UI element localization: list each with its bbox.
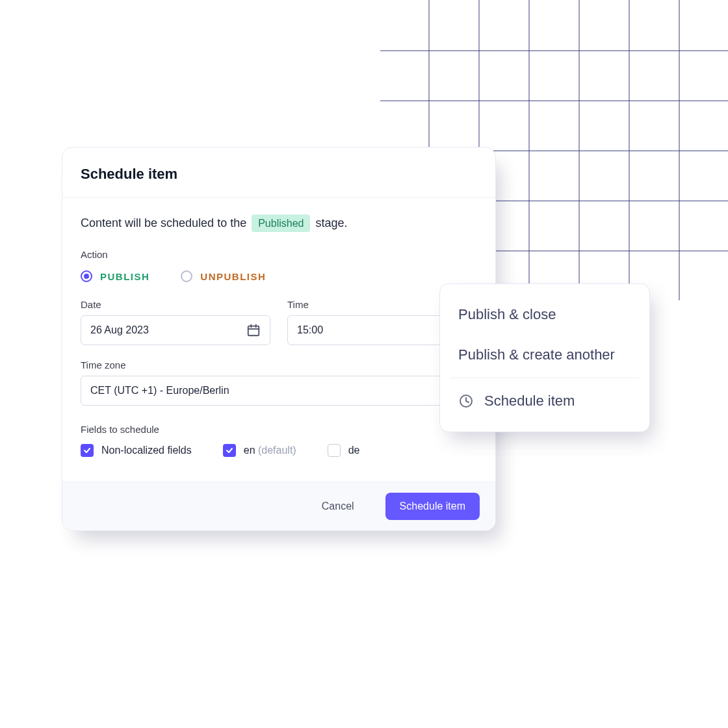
- timezone-field: Time zone CET (UTC +1) - Europe/Berlin: [81, 359, 477, 406]
- checkbox-nonlocalized-label: Non-localized fields: [101, 445, 192, 456]
- sentence-pre: Content will be scheduled to the: [81, 216, 246, 230]
- calendar-icon: [246, 323, 261, 337]
- cancel-button[interactable]: Cancel: [307, 493, 369, 520]
- date-value: 26 Aug 2023: [90, 324, 149, 336]
- modal-footer: Cancel Schedule item: [62, 482, 495, 530]
- action-label: Action: [81, 249, 477, 260]
- radio-publish[interactable]: PUBLISH: [81, 270, 150, 282]
- clock-icon: [458, 393, 474, 409]
- stage-badge: Published: [252, 214, 310, 232]
- check-icon: [226, 447, 233, 454]
- time-value: 15:00: [297, 324, 323, 336]
- fields-checklist: Non-localized fields en (default) de: [81, 444, 477, 457]
- schedule-modal: Schedule item Content will be scheduled …: [62, 147, 496, 531]
- checkbox-box: [223, 444, 236, 457]
- checkbox-de-label: de: [348, 445, 360, 456]
- svg-rect-11: [248, 326, 259, 336]
- radio-unpublish[interactable]: UNPUBLISH: [181, 270, 266, 282]
- modal-body: Content will be scheduled to the Publish…: [62, 198, 495, 482]
- menu-divider: [450, 378, 639, 378]
- menu-publish-close[interactable]: Publish & close: [440, 294, 649, 335]
- checkbox-en[interactable]: en (default): [223, 444, 296, 457]
- schedule-sentence: Content will be scheduled to the Publish…: [81, 214, 477, 232]
- sentence-post: stage.: [315, 216, 347, 230]
- menu-schedule-item[interactable]: Schedule item: [440, 381, 649, 421]
- action-radio-group: PUBLISH UNPUBLISH: [81, 270, 477, 282]
- radio-publish-label: PUBLISH: [100, 271, 150, 282]
- menu-item-label: Publish & close: [458, 306, 556, 323]
- check-icon: [83, 447, 91, 454]
- publish-menu: Publish & close Publish & create another…: [439, 283, 650, 432]
- checkbox-box: [81, 444, 94, 457]
- schedule-item-button[interactable]: Schedule item: [385, 493, 480, 520]
- timezone-input[interactable]: CET (UTC +1) - Europe/Berlin: [81, 376, 477, 406]
- checkbox-en-label: en (default): [244, 445, 296, 456]
- menu-item-label: Schedule item: [484, 393, 575, 410]
- modal-title: Schedule item: [81, 166, 477, 183]
- radio-unpublish-label: UNPUBLISH: [200, 271, 266, 282]
- timezone-label: Time zone: [81, 359, 477, 370]
- timezone-value: CET (UTC +1) - Europe/Berlin: [90, 385, 229, 396]
- menu-item-label: Publish & create another: [458, 346, 615, 363]
- menu-publish-create-another[interactable]: Publish & create another: [440, 335, 649, 375]
- checkbox-de[interactable]: de: [328, 444, 360, 457]
- checkbox-box: [328, 444, 341, 457]
- date-label: Date: [81, 299, 270, 310]
- modal-header: Schedule item: [62, 148, 495, 198]
- date-field: Date 26 Aug 2023: [81, 299, 270, 345]
- checkbox-nonlocalized[interactable]: Non-localized fields: [81, 444, 192, 457]
- radio-dot-icon: [181, 270, 192, 282]
- date-input[interactable]: 26 Aug 2023: [81, 315, 270, 345]
- fields-label: Fields to schedule: [81, 424, 477, 435]
- radio-dot-icon: [81, 270, 92, 282]
